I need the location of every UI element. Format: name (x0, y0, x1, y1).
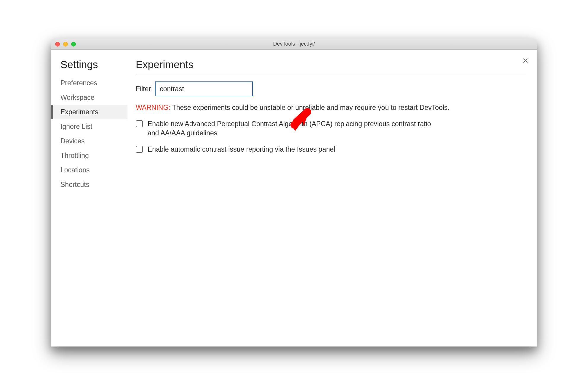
sidebar-item-experiments[interactable]: Experiments (51, 105, 127, 119)
page-title: Experiments (136, 59, 526, 75)
experiment-label: Enable new Advanced Perceptual Contrast … (148, 119, 444, 138)
experiment-label: Enable automatic contrast issue reportin… (148, 145, 335, 154)
settings-main-panel: Experiments Filter WARNING: These experi… (127, 57, 537, 346)
sidebar-item-shortcuts[interactable]: Shortcuts (51, 177, 127, 192)
filter-row: Filter (136, 81, 526, 96)
warning-body: These experiments could be unstable or u… (170, 104, 450, 111)
sidebar-item-preferences[interactable]: Preferences (51, 76, 127, 90)
filter-label: Filter (136, 85, 151, 93)
sidebar-item-ignore-list[interactable]: Ignore List (51, 119, 127, 134)
sidebar-item-workspace[interactable]: Workspace (51, 90, 127, 105)
warning-message: WARNING: These experiments could be unst… (136, 103, 526, 112)
sidebar-title: Settings (51, 59, 127, 76)
experiment-checkbox-apca[interactable] (136, 120, 143, 127)
settings-sidebar: Settings Preferences Workspace Experimen… (51, 57, 127, 346)
sidebar-item-devices[interactable]: Devices (51, 134, 127, 148)
experiment-item: Enable automatic contrast issue reportin… (136, 145, 526, 154)
settings-content: ✕ Settings Preferences Workspace Experim… (51, 50, 537, 346)
experiment-item: Enable new Advanced Perceptual Contrast … (136, 119, 526, 138)
sidebar-item-locations[interactable]: Locations (51, 163, 127, 177)
filter-input[interactable] (155, 81, 253, 96)
experiment-checkbox-issues[interactable] (136, 146, 143, 153)
window-titlebar: DevTools - jec.fyi/ (51, 38, 537, 50)
sidebar-item-throttling[interactable]: Throttling (51, 148, 127, 163)
traffic-lights (51, 42, 76, 46)
window-title: DevTools - jec.fyi/ (51, 41, 537, 47)
close-icon[interactable]: ✕ (522, 57, 529, 65)
warning-prefix: WARNING: (136, 104, 170, 111)
window-minimize-button[interactable] (63, 42, 68, 46)
devtools-window: DevTools - jec.fyi/ ✕ Settings Preferenc… (51, 38, 537, 346)
window-zoom-button[interactable] (71, 42, 76, 46)
window-close-button[interactable] (55, 42, 60, 46)
